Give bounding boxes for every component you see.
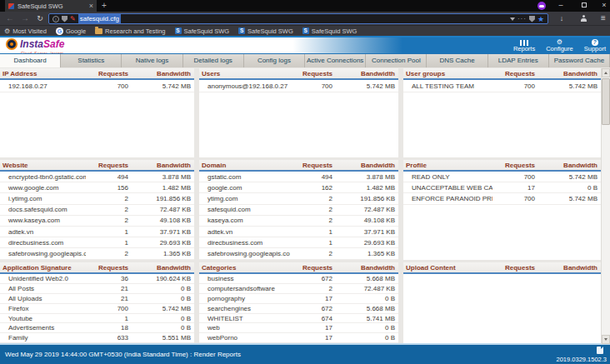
reload-button[interactable]: ↻ — [33, 12, 47, 26]
table-row[interactable]: adtek.vn137.971 KB — [199, 227, 398, 237]
table-row[interactable]: Youtube10 B — [0, 314, 194, 324]
table-row[interactable]: ALL TESTING TEAM7005.742 MB — [403, 80, 601, 92]
new-tab-button[interactable]: + — [102, 0, 107, 12]
row-label: webPorno — [199, 334, 290, 342]
tab-password-cache[interactable]: Password Cache — [549, 54, 610, 67]
row-requests: 162 — [290, 184, 336, 192]
header-action-configure[interactable]: ⚙Configure — [546, 38, 573, 52]
extension-mask-icon[interactable] — [538, 2, 546, 10]
table-row[interactable]: Unidentified Web2.036190.624 KB — [0, 274, 194, 284]
tab-config-logs[interactable]: Config logs — [244, 54, 305, 67]
table-row[interactable]: UNACCEPTABLE WEB CATEGORY170 B — [403, 182, 601, 193]
bookmark-safesquid-swg[interactable]: SSafeSquid SWG — [238, 26, 293, 36]
row-bandwidth: 191.856 KB — [132, 195, 194, 202]
header-action-reports[interactable]: Reports — [513, 38, 535, 52]
header-action-support[interactable]: ?Support — [584, 38, 606, 52]
logo-part-safe: Safe — [43, 38, 64, 50]
bookmark-safesquid-swg[interactable]: SSafeSquid SWG — [302, 26, 358, 36]
table-row[interactable]: searchengines6725.668 MB — [199, 304, 398, 314]
table-row[interactable]: safebrowsing.googleapis.com21.365 KB — [0, 248, 194, 259]
window-close-button[interactable]: × — [597, 0, 610, 12]
tab-close-icon[interactable]: × — [89, 0, 93, 12]
page-shield-icon[interactable] — [529, 16, 535, 22]
table-row[interactable]: Family6335.551 MB — [0, 333, 194, 343]
tab-detailed-logs[interactable]: Detailed logs — [183, 54, 244, 67]
table-row[interactable]: All Uploads210 B — [0, 294, 194, 304]
scroll-down-button[interactable] — [602, 335, 610, 344]
window-minimize-button[interactable]: – — [553, 0, 568, 12]
table-row[interactable]: 192.168.0.277005.742 MB — [0, 80, 194, 92]
window-maximize-button[interactable] — [577, 0, 592, 12]
table-row[interactable]: safesquid.com272.487 KB — [199, 205, 398, 216]
scroll-up-button[interactable] — [602, 68, 610, 77]
chevron-down-icon[interactable] — [510, 17, 515, 21]
row-bandwidth: 37.971 KB — [336, 228, 398, 236]
forward-button[interactable]: → — [18, 12, 32, 26]
row-bandwidth: 5.551 MB — [132, 334, 194, 342]
bookmark-research-and-testing[interactable]: Research and Testing — [95, 26, 165, 36]
row-label: Unidentified Web2.0 — [0, 275, 86, 282]
table-row[interactable]: gstatic.com4943.878 MB — [199, 172, 398, 182]
back-button[interactable]: ← — [3, 12, 17, 26]
tab-ldap-entries[interactable]: LDAP Entries — [488, 54, 549, 67]
account-icon[interactable] — [577, 12, 590, 26]
extension-pen-icon[interactable]: ✎ — [70, 16, 76, 22]
table-row[interactable]: ytimg.com2191.856 KB — [199, 193, 398, 204]
table-row[interactable]: pornography170 B — [199, 294, 398, 304]
table-row[interactable]: business6725.668 MB — [199, 274, 398, 284]
table-row[interactable]: encrypted-tbn0.gstatic.com4943.878 MB — [0, 172, 194, 182]
tab-active-connections[interactable]: Active Connections — [305, 54, 366, 67]
table-row[interactable]: kaseya.com249.108 KB — [199, 216, 398, 227]
table-row[interactable]: www.kaseya.com249.108 KB — [0, 216, 194, 227]
row-requests: 21 — [86, 285, 132, 292]
row-bandwidth: 5.741 MB — [336, 315, 398, 322]
bookmark-safesquid-swg[interactable]: SSafeSquid SWG — [175, 26, 230, 36]
table-row[interactable]: direcbusiness.com129.693 KB — [0, 237, 194, 248]
module-tabbar: DashboardStatisticsNative logsDetailed l… — [0, 53, 610, 67]
tracking-protection-shield-icon[interactable] — [62, 16, 68, 22]
browser-tab[interactable]: SafeSquid SWG × — [5, 0, 97, 12]
tab-native-logs[interactable]: Native logs — [122, 54, 182, 67]
table-row[interactable]: direcbusiness.com129.693 KB — [199, 237, 398, 248]
tab-dashboard[interactable]: Dashboard — [0, 54, 61, 67]
table-row[interactable]: computersandsoftware272.487 KB — [199, 284, 398, 294]
bookmark-star-icon[interactable]: ★ — [538, 15, 544, 23]
page-actions-icon[interactable]: ··· — [518, 16, 527, 22]
table-row[interactable]: web170 B — [199, 323, 398, 333]
vertical-scrollbar[interactable] — [601, 68, 610, 344]
url-input[interactable]: safesquid.cfg — [78, 14, 121, 23]
table-row[interactable]: www.google.com1561.482 MB — [0, 182, 194, 193]
table-row[interactable]: docs.safesquid.com272.487 KB — [0, 205, 194, 216]
row-label: direcbusiness.com — [0, 239, 86, 247]
screen: SafeSquid SWG × + – × ← → ↻ i ✎ safesqui… — [0, 0, 610, 364]
table-row[interactable]: ENFORCE PARANOID PRIVACY LEVEL7005.742 M… — [403, 193, 601, 204]
table-row[interactable]: webPorno170 B — [199, 333, 398, 343]
table-row[interactable]: anonymous@192.168.0.277005.742 MB — [199, 80, 398, 92]
row-bandwidth: 1.482 MB — [132, 184, 194, 192]
url-bar[interactable]: i ✎ safesquid.cfg ··· ★ — [48, 13, 548, 24]
row-requests: 2 — [290, 250, 336, 257]
table-row[interactable]: READ ONLY7005.742 MB — [403, 172, 601, 182]
row-label: business — [199, 275, 290, 282]
bookmark-most-visited[interactable]: ⚙Most Visited — [4, 26, 47, 36]
table-row[interactable]: i.ytimg.com2191.856 KB — [0, 193, 194, 204]
panel-users: UsersRequestsBandwidthanonymous@192.168.… — [199, 68, 398, 157]
logo-part-insta: Insta — [20, 38, 43, 50]
table-row[interactable]: WHITELIST6745.741 MB — [199, 314, 398, 324]
tab-statistics[interactable]: Statistics — [61, 54, 122, 67]
table-row[interactable]: adtek.vn137.971 KB — [0, 227, 194, 237]
hamburger-menu-icon[interactable]: ≡ — [597, 12, 610, 26]
site-info-icon[interactable]: i — [52, 16, 59, 22]
table-row[interactable]: safebrowsing.googleapis.com21.365 KB — [199, 248, 398, 259]
scrollbar-thumb[interactable] — [602, 78, 610, 125]
table-row[interactable]: Firefox7005.742 MB — [0, 304, 194, 314]
table-row[interactable]: All Posts210 B — [0, 284, 194, 294]
table-row[interactable]: google.com1621.482 MB — [199, 182, 398, 193]
column-header-bandwidth: Bandwidth — [538, 162, 601, 169]
row-label: searchengines — [199, 305, 290, 312]
tab-dns-cache[interactable]: DNS Cache — [427, 54, 488, 67]
downloads-button[interactable]: ↓ — [555, 12, 568, 26]
tab-connection-pool[interactable]: Connection Pool — [366, 54, 427, 67]
bookmark-google[interactable]: GGoogle — [56, 26, 86, 36]
table-row[interactable]: Advertisements180 B — [0, 323, 194, 333]
